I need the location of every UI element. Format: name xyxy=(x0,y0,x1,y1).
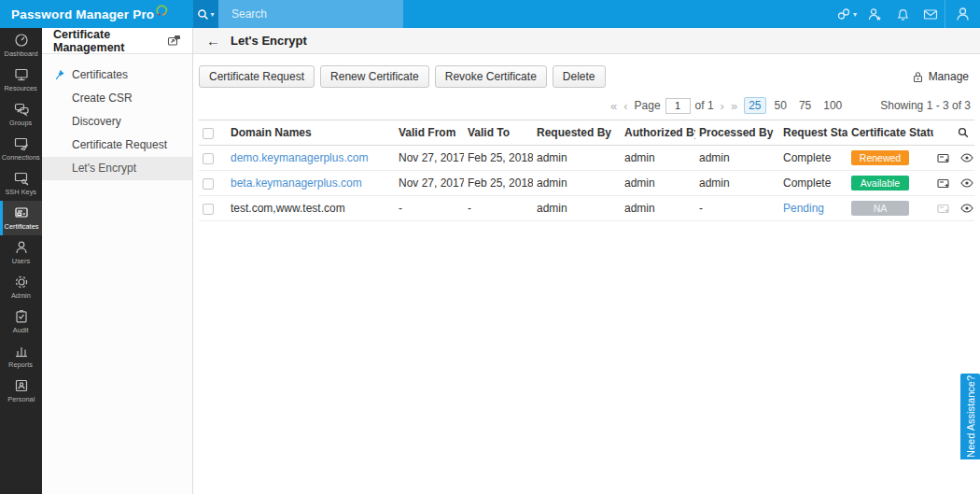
valid-from-cell: Nov 27, 2017 09... xyxy=(395,171,464,196)
toolbar-buttons: Certificate Request Renew Certificate Re… xyxy=(199,65,606,88)
nav-label: Users xyxy=(12,257,30,264)
page-title: Let's Encrypt xyxy=(231,34,307,48)
sidebar-item-discovery[interactable]: Discovery xyxy=(42,110,192,134)
popout-panel-icon[interactable] xyxy=(167,35,181,47)
need-assistance-tab[interactable]: Need Assistance? xyxy=(960,374,980,459)
nav-item-personal[interactable]: Personal xyxy=(0,374,42,408)
export-certificate-icon xyxy=(937,204,949,214)
app-logo[interactable]: Password Manager Pro xyxy=(0,0,193,28)
nav-label: Resources xyxy=(5,84,37,92)
sidebar-item-create-csr[interactable]: Create CSR xyxy=(42,87,192,110)
table-header-row: Domain Names Valid From Valid To Request… xyxy=(199,120,974,146)
table-search-icon[interactable] xyxy=(958,127,969,138)
valid-from-cell: Nov 27, 2017 09... xyxy=(395,146,464,171)
row-checkbox[interactable] xyxy=(203,153,214,164)
sidebar-items: Certificates Create CSR Discovery Certif… xyxy=(42,54,192,180)
nav-item-resources[interactable]: Resources xyxy=(0,63,42,97)
sidebar-item-lets-encrypt[interactable]: Let's Encrypt xyxy=(42,157,192,180)
nav-item-groups[interactable]: Groups xyxy=(0,97,42,132)
back-arrow-icon[interactable]: ← xyxy=(206,34,220,48)
col-domain-names: Domain Names xyxy=(227,120,395,146)
table-row: demo.keymanagerplus.com Nov 27, 2017 09.… xyxy=(199,146,974,171)
search-scope-button[interactable]: ▾ xyxy=(193,0,218,28)
nav-item-reports[interactable]: Reports xyxy=(0,339,42,374)
nav-item-ssh-keys[interactable]: SSH Keys xyxy=(0,166,42,201)
nav-item-dashboard[interactable]: Dashboard xyxy=(0,28,42,63)
nav-item-connections[interactable]: Connections xyxy=(0,132,42,166)
page-number-input[interactable] xyxy=(665,98,691,114)
certificate-request-button[interactable]: Certificate Request xyxy=(199,65,315,88)
certificates-icon xyxy=(13,205,30,220)
requested-by-cell: admin xyxy=(533,196,621,221)
page-number-group: Page of 1 xyxy=(635,98,714,114)
col-valid-from: Valid From xyxy=(395,120,464,146)
manage-label: Manage xyxy=(929,70,969,83)
mail-icon[interactable] xyxy=(917,0,945,28)
sidebar-title-bar: Certificate Management xyxy=(42,28,192,54)
row-checkbox[interactable] xyxy=(203,178,214,190)
user-add-icon[interactable] xyxy=(861,0,889,28)
export-certificate-icon[interactable] xyxy=(937,178,949,189)
sidebar-item-certificate-request[interactable]: Certificate Request xyxy=(42,134,192,157)
page-size-50[interactable]: 50 xyxy=(771,98,791,113)
delete-button[interactable]: Delete xyxy=(553,65,606,88)
select-all-checkbox[interactable] xyxy=(203,128,214,139)
next-page-button[interactable]: › xyxy=(721,99,724,113)
export-certificate-icon[interactable] xyxy=(937,153,949,163)
topbar-icons: ▾ xyxy=(833,0,980,28)
reports-icon xyxy=(13,344,30,359)
manage-button[interactable]: Manage xyxy=(912,70,969,83)
processed-by-cell: admin xyxy=(695,171,779,196)
view-details-eye-icon[interactable] xyxy=(960,178,973,188)
col-authorized-by: Authorized By xyxy=(621,120,695,146)
page-size-75[interactable]: 75 xyxy=(795,98,815,113)
top-bar: Password Manager Pro ▾ ▾ xyxy=(0,0,980,28)
valid-to-cell: - xyxy=(464,196,533,221)
dashboard-icon xyxy=(13,33,30,48)
ssh-keys-icon xyxy=(13,171,30,186)
page-size-25[interactable]: 25 xyxy=(744,97,765,114)
request-status-cell: Complete xyxy=(779,146,847,171)
prev-page-button[interactable]: ‹ xyxy=(623,99,627,113)
profile-icon[interactable] xyxy=(945,0,980,28)
search-icon xyxy=(197,8,209,21)
processed-by-cell: - xyxy=(695,196,779,221)
nav-label: Audit xyxy=(13,326,29,333)
pending-status-link[interactable]: Pending xyxy=(783,202,824,215)
link-icon[interactable]: ▾ xyxy=(833,0,861,28)
nav-label: Groups xyxy=(9,119,32,126)
header-actions-cell xyxy=(933,120,974,146)
nav-item-users[interactable]: Users xyxy=(0,235,42,270)
users-icon xyxy=(13,240,30,255)
certificates-table: Domain Names Valid From Valid To Request… xyxy=(199,120,974,221)
nav-item-certificates[interactable]: Certificates xyxy=(0,201,42,235)
groups-icon xyxy=(13,102,30,117)
revoke-certificate-button[interactable]: Revoke Certificate xyxy=(435,65,547,88)
domain-link[interactable]: demo.keymanagerplus.com xyxy=(231,151,368,164)
search-scope-caret-icon: ▾ xyxy=(210,10,214,19)
valid-to-cell: Feb 25, 2018 09... xyxy=(464,146,533,171)
view-details-eye-icon[interactable] xyxy=(960,204,973,213)
page-header: ← Let's Encrypt xyxy=(193,28,980,54)
sidebar-item-label: Let's Encrypt xyxy=(72,162,136,175)
topbar-spacer xyxy=(403,0,833,28)
view-details-eye-icon[interactable] xyxy=(960,153,973,162)
nav-item-audit[interactable]: Audit xyxy=(0,304,42,339)
sidebar-item-certificates[interactable]: Certificates xyxy=(42,64,192,87)
certificate-status-badge: Renewed xyxy=(851,150,909,165)
renew-certificate-button[interactable]: Renew Certificate xyxy=(320,65,429,88)
domain-link[interactable]: beta.keymanagerplus.com xyxy=(231,176,362,190)
pin-icon xyxy=(55,69,65,80)
first-page-button[interactable]: « xyxy=(610,99,617,113)
last-page-button[interactable]: » xyxy=(731,99,737,113)
search-input[interactable] xyxy=(218,0,403,28)
page-size-100[interactable]: 100 xyxy=(819,98,846,113)
col-certificate-status: Certificate Status xyxy=(847,120,933,146)
request-status-cell: Complete xyxy=(779,171,847,196)
bell-icon[interactable] xyxy=(889,0,917,28)
row-checkbox[interactable] xyxy=(203,204,214,215)
certificate-status-badge: NA xyxy=(851,201,909,216)
audit-icon xyxy=(13,309,30,324)
nav-item-admin[interactable]: Admin xyxy=(0,270,42,304)
valid-from-cell: - xyxy=(395,196,464,221)
